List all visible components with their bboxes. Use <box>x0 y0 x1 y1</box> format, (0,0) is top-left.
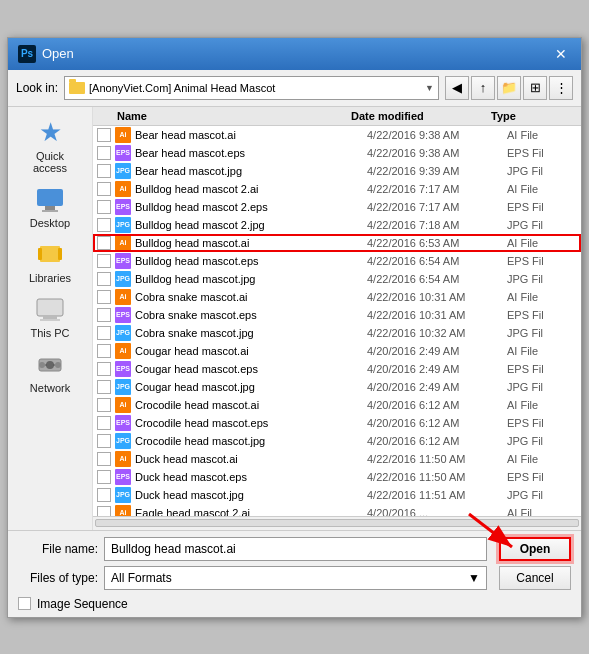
file-checkbox[interactable] <box>97 434 111 448</box>
close-button[interactable]: ✕ <box>551 44 571 64</box>
table-row[interactable]: AiBear head mascot.ai4/22/2016 9:38 AMAI… <box>93 126 581 144</box>
file-name: Bulldog head mascot.ai <box>135 237 367 249</box>
file-name-input[interactable] <box>104 537 487 561</box>
table-row[interactable]: EPSCougar head mascot.eps4/20/2016 2:49 … <box>93 360 581 378</box>
image-sequence-row: Image Sequence <box>18 595 571 611</box>
image-sequence-checkbox[interactable] <box>18 597 31 610</box>
file-date: 4/22/2016 7:17 AM <box>367 201 507 213</box>
table-row[interactable]: JPGCrocodile head mascot.jpg4/20/2016 6:… <box>93 432 581 450</box>
file-type-icon: Ai <box>115 181 131 197</box>
cancel-button[interactable]: Cancel <box>499 566 571 590</box>
table-row[interactable]: EPSDuck head mascot.eps4/22/2016 11:50 A… <box>93 468 581 486</box>
table-row[interactable]: EPSCrocodile head mascot.eps4/20/2016 6:… <box>93 414 581 432</box>
scroll-track[interactable] <box>95 519 579 527</box>
file-checkbox[interactable] <box>97 272 111 286</box>
file-checkbox[interactable] <box>97 236 111 250</box>
table-row[interactable]: JPGBear head mascot.jpg4/22/2016 9:39 AM… <box>93 162 581 180</box>
file-name: Cougar head mascot.eps <box>135 363 367 375</box>
column-name-header[interactable]: Name <box>97 110 351 122</box>
options-button[interactable]: ⋮ <box>549 76 573 100</box>
file-checkbox[interactable] <box>97 146 111 160</box>
table-row[interactable]: AiCobra snake mascot.ai4/22/2016 10:31 A… <box>93 288 581 306</box>
file-type-combo[interactable]: All Formats ▼ <box>104 566 487 590</box>
file-checkbox[interactable] <box>97 290 111 304</box>
svg-rect-7 <box>43 316 57 319</box>
table-row[interactable]: EPSBulldog head mascot.eps4/22/2016 6:54… <box>93 252 581 270</box>
sidebar-item-this-pc[interactable]: This PC <box>13 292 88 343</box>
table-row[interactable]: AiCougar head mascot.ai4/20/2016 2:49 AM… <box>93 342 581 360</box>
up-button[interactable]: ↑ <box>471 76 495 100</box>
file-type-icon: EPS <box>115 361 131 377</box>
open-button[interactable]: Open <box>499 537 571 561</box>
file-checkbox[interactable] <box>97 506 111 516</box>
sidebar-item-desktop[interactable]: Desktop <box>13 182 88 233</box>
table-row[interactable]: JPGBulldog head mascot.jpg4/22/2016 6:54… <box>93 270 581 288</box>
table-row[interactable]: JPGDuck head mascot.jpg4/22/2016 11:51 A… <box>93 486 581 504</box>
file-checkbox[interactable] <box>97 416 111 430</box>
file-list[interactable]: AiBear head mascot.ai4/22/2016 9:38 AMAI… <box>93 126 581 516</box>
file-checkbox[interactable] <box>97 398 111 412</box>
file-type-icon: EPS <box>115 145 131 161</box>
file-checkbox[interactable] <box>97 164 111 178</box>
file-checkbox[interactable] <box>97 344 111 358</box>
svg-rect-5 <box>58 248 62 260</box>
table-row[interactable]: AiEagle head mascot 2.ai4/20/2016 ...AI … <box>93 504 581 516</box>
table-row[interactable]: AiDuck head mascot.ai4/22/2016 11:50 AMA… <box>93 450 581 468</box>
file-type-icon: JPG <box>115 325 131 341</box>
file-type-text: AI Fil <box>507 507 577 516</box>
table-row[interactable]: EPSBear head mascot.eps4/22/2016 9:38 AM… <box>93 144 581 162</box>
sidebar-item-quick-access[interactable]: ★ Quick access <box>13 115 88 178</box>
image-sequence-label: Image Sequence <box>37 597 128 611</box>
table-row[interactable]: AiCrocodile head mascot.ai4/20/2016 6:12… <box>93 396 581 414</box>
svg-rect-3 <box>40 246 60 262</box>
file-date: 4/22/2016 11:51 AM <box>367 489 507 501</box>
horizontal-scrollbar[interactable] <box>93 516 581 530</box>
file-checkbox[interactable] <box>97 128 111 142</box>
file-checkbox[interactable] <box>97 488 111 502</box>
file-name: Bulldog head mascot 2.eps <box>135 201 367 213</box>
file-checkbox[interactable] <box>97 254 111 268</box>
file-checkbox[interactable] <box>97 470 111 484</box>
new-folder-button[interactable]: 📁 <box>497 76 521 100</box>
file-type-icon: Ai <box>115 397 131 413</box>
table-row[interactable]: AiBulldog head mascot 2.ai4/22/2016 7:17… <box>93 180 581 198</box>
file-checkbox[interactable] <box>97 380 111 394</box>
file-date: 4/22/2016 10:31 AM <box>367 291 507 303</box>
toolbar: Look in: [AnonyViet.Com] Animal Head Mas… <box>8 70 581 107</box>
file-checkbox[interactable] <box>97 308 111 322</box>
table-row[interactable]: EPSCobra snake mascot.eps4/22/2016 10:31… <box>93 306 581 324</box>
file-type-icon: Ai <box>115 235 131 251</box>
sidebar-item-label: Quick access <box>19 150 82 174</box>
title-bar: Ps Open ✕ <box>8 38 581 70</box>
table-row[interactable]: JPGCougar head mascot.jpg4/20/2016 2:49 … <box>93 378 581 396</box>
file-date: 4/22/2016 10:31 AM <box>367 309 507 321</box>
sidebar-item-libraries[interactable]: Libraries <box>13 237 88 288</box>
sidebar-item-network[interactable]: Network <box>13 347 88 398</box>
file-date: 4/22/2016 9:38 AM <box>367 147 507 159</box>
file-type-text: JPG Fil <box>507 327 577 339</box>
table-row[interactable]: JPGCobra snake mascot.jpg4/22/2016 10:32… <box>93 324 581 342</box>
file-date: 4/22/2016 9:39 AM <box>367 165 507 177</box>
svg-rect-8 <box>40 319 60 321</box>
file-checkbox[interactable] <box>97 452 111 466</box>
look-in-combo[interactable]: [AnonyViet.Com] Animal Head Mascot ▼ <box>64 76 439 100</box>
table-row[interactable]: AiBulldog head mascot.ai4/22/2016 6:53 A… <box>93 234 581 252</box>
file-date: 4/20/2016 6:12 AM <box>367 399 507 411</box>
back-button[interactable]: ◀ <box>445 76 469 100</box>
table-row[interactable]: JPGBulldog head mascot 2.jpg4/22/2016 7:… <box>93 216 581 234</box>
file-type-icon: Ai <box>115 451 131 467</box>
sidebar-item-label: Network <box>30 382 70 394</box>
pc-icon <box>34 296 66 324</box>
file-checkbox[interactable] <box>97 326 111 340</box>
table-row[interactable]: EPSBulldog head mascot 2.eps4/22/2016 7:… <box>93 198 581 216</box>
file-date: 4/22/2016 6:54 AM <box>367 273 507 285</box>
view-button[interactable]: ⊞ <box>523 76 547 100</box>
column-type-header[interactable]: Type <box>491 110 561 122</box>
column-date-header[interactable]: Date modified <box>351 110 491 122</box>
file-date: 4/22/2016 6:54 AM <box>367 255 507 267</box>
file-type-text: EPS Fil <box>507 147 577 159</box>
file-checkbox[interactable] <box>97 362 111 376</box>
file-checkbox[interactable] <box>97 182 111 196</box>
file-checkbox[interactable] <box>97 200 111 214</box>
file-checkbox[interactable] <box>97 218 111 232</box>
